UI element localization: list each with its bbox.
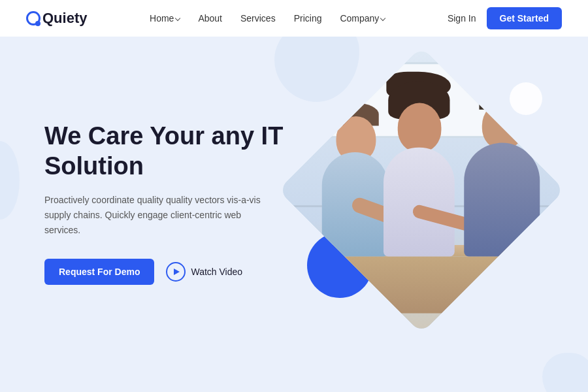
hero-content: We Care Your any IT Solution Proactively… — [44, 122, 293, 285]
watch-video-label: Watch Video — [191, 267, 242, 277]
hero-description: Proactively coordinate quality quality v… — [44, 193, 267, 238]
hero-title: We Care Your any IT Solution — [44, 122, 293, 181]
nav-link-services[interactable]: Services — [240, 13, 276, 24]
logo-text: Quiety — [42, 10, 87, 27]
person2-body — [384, 148, 455, 257]
nav-link-about[interactable]: About — [198, 13, 222, 24]
nav-link-home[interactable]: Home — [150, 13, 180, 24]
nav-item-about[interactable]: About — [198, 12, 222, 24]
nav-right: Sign In Get Started — [448, 7, 562, 29]
hero-image-wrap — [301, 69, 549, 331]
blob-decoration-bottom-right — [542, 353, 588, 392]
play-triangle-icon — [174, 269, 180, 275]
person3-body — [464, 143, 540, 257]
nav-item-company[interactable]: Company — [340, 13, 385, 24]
person2-head — [398, 103, 442, 152]
navbar: Quiety Home About Services Pricing C — [0, 0, 588, 37]
chevron-down-icon — [175, 16, 180, 21]
hero-section: We Care Your any IT Solution Proactively… — [0, 37, 588, 392]
get-started-button[interactable]: Get Started — [487, 7, 562, 29]
sign-in-button[interactable]: Sign In — [448, 13, 476, 24]
play-icon — [166, 262, 186, 282]
nav-links: Home About Services Pricing Company — [150, 12, 385, 24]
watch-video-button[interactable]: Watch Video — [166, 262, 242, 282]
nav-item-services[interactable]: Services — [240, 12, 276, 24]
chevron-down-icon-2 — [380, 16, 385, 21]
nav-link-company[interactable]: Company — [340, 13, 385, 24]
nav-item-pricing[interactable]: Pricing — [294, 12, 322, 24]
circle-white-accent — [510, 82, 542, 115]
nav-item-home[interactable]: Home — [150, 13, 180, 24]
blob-decoration-left — [0, 141, 20, 220]
request-demo-button[interactable]: Request For Demo — [44, 259, 154, 285]
hero-actions: Request For Demo Watch Video — [44, 259, 293, 285]
nav-link-pricing[interactable]: Pricing — [294, 13, 322, 24]
logo-icon — [26, 11, 41, 25]
logo[interactable]: Quiety — [26, 10, 87, 27]
